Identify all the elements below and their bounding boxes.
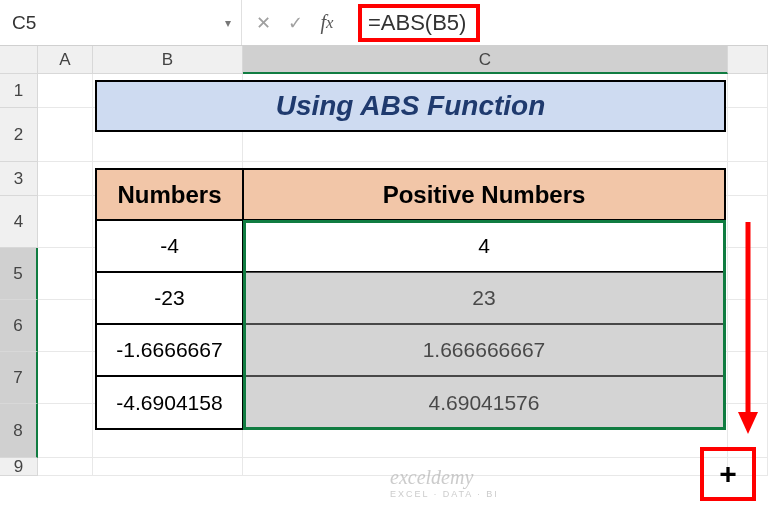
cell-A1[interactable]	[38, 74, 93, 108]
col-header-A[interactable]: A	[38, 46, 93, 74]
cell-C7-value[interactable]: 1.666666667	[243, 324, 726, 376]
cell-C5-value[interactable]: 4	[243, 220, 726, 272]
cell-B7-value[interactable]: -1.6666667	[95, 324, 243, 376]
col-header-B[interactable]: B	[93, 46, 243, 74]
cancel-icon[interactable]: ✕	[248, 8, 278, 38]
cell-A8[interactable]	[38, 404, 93, 458]
cell-C9[interactable]	[243, 458, 728, 476]
formula-buttons: ✕ ✓ fx	[242, 0, 348, 45]
formula-text: =ABS(B5)	[358, 4, 480, 42]
cell-A6[interactable]	[38, 300, 93, 352]
name-box[interactable]: C5 ▾	[0, 0, 242, 45]
row-header-7[interactable]: 7	[0, 352, 38, 404]
spreadsheet-grid[interactable]: A B C 1 2 3 4 5 6 7 8 9 Using	[0, 46, 768, 476]
cell-B9[interactable]	[93, 458, 243, 476]
formula-content[interactable]: =ABS(B5)	[348, 0, 768, 45]
cell-A2[interactable]	[38, 108, 93, 162]
svg-marker-1	[738, 412, 758, 434]
cell-D1[interactable]	[728, 74, 768, 108]
cell-C8-value[interactable]: 4.69041576	[243, 376, 726, 430]
row-header-1[interactable]: 1	[0, 74, 38, 108]
title-cell[interactable]: Using ABS Function	[95, 80, 726, 132]
select-all-corner[interactable]	[0, 46, 38, 74]
col-header-blank	[728, 46, 768, 74]
cell-D2[interactable]	[728, 108, 768, 162]
formula-bar: C5 ▾ ✕ ✓ fx =ABS(B5)	[0, 0, 768, 46]
col-header-C[interactable]: C	[243, 46, 728, 74]
fx-icon[interactable]: fx	[312, 8, 342, 38]
name-box-value: C5	[12, 12, 36, 34]
cell-A7[interactable]	[38, 352, 93, 404]
table-header-numbers[interactable]: Numbers	[95, 168, 243, 220]
cell-A4[interactable]	[38, 196, 93, 248]
cell-C6-value[interactable]: 23	[243, 272, 726, 324]
arrow-down-icon	[736, 222, 760, 437]
cell-B5-value[interactable]: -4	[95, 220, 243, 272]
row-header-3[interactable]: 3	[0, 162, 38, 196]
fill-cursor-icon: +	[719, 459, 737, 489]
cell-B6-value[interactable]: -23	[95, 272, 243, 324]
cell-A3[interactable]	[38, 162, 93, 196]
row-header-2[interactable]: 2	[0, 108, 38, 162]
cell-D3[interactable]	[728, 162, 768, 196]
cell-A9[interactable]	[38, 458, 93, 476]
cell-A5[interactable]	[38, 248, 93, 300]
watermark-sub: EXCEL · DATA · BI	[390, 489, 499, 499]
row-header-8[interactable]: 8	[0, 404, 38, 458]
row-header-5[interactable]: 5	[0, 248, 38, 300]
row-header-9[interactable]: 9	[0, 458, 38, 476]
row-header-4[interactable]: 4	[0, 196, 38, 248]
row-header-6[interactable]: 6	[0, 300, 38, 352]
cell-B8-value[interactable]: -4.6904158	[95, 376, 243, 430]
chevron-down-icon[interactable]: ▾	[225, 16, 231, 30]
table-header-positive[interactable]: Positive Numbers	[243, 168, 726, 220]
accept-icon[interactable]: ✓	[280, 8, 310, 38]
fill-handle-highlight[interactable]: +	[700, 447, 756, 501]
